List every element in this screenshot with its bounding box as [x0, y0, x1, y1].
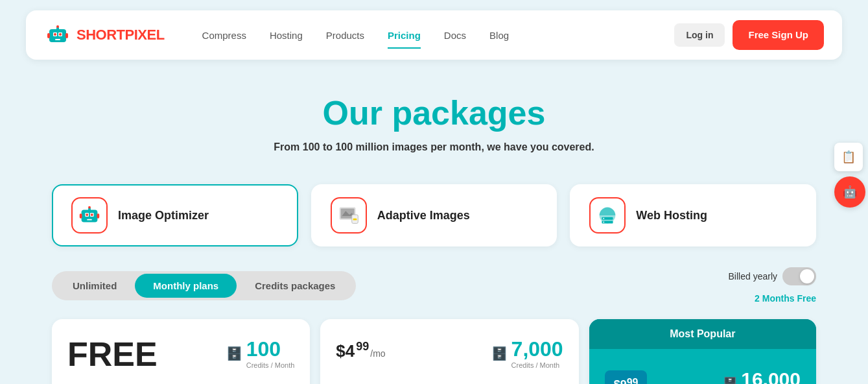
billing-free-months: 2 Months Free: [755, 293, 816, 304]
svg-rect-9: [47, 33, 50, 38]
nav-links: Compress Hosting Products Pricing Docs B…: [191, 25, 675, 46]
nav-pricing[interactable]: Pricing: [376, 25, 432, 46]
pricing-card-499: $4 99 /mo 🗄️ 7,000 Credits / Month: [320, 319, 578, 384]
logo-icon: [44, 21, 71, 49]
hero-subtitle: From 100 to 100 million images per month…: [26, 141, 842, 153]
svg-rect-11: [82, 210, 98, 222]
web-hosting-label: Web Hosting: [636, 209, 707, 222]
svg-rect-25: [353, 219, 357, 221]
hero-section: Our packages From 100 to 100 million ima…: [0, 70, 868, 166]
tab-monthly-plans[interactable]: Monthly plans: [135, 274, 237, 298]
billing-toggle[interactable]: [782, 267, 816, 285]
logo[interactable]: SHORTPIXEL: [44, 21, 165, 49]
billed-yearly-label: Billed yearly: [729, 271, 777, 282]
svg-point-18: [88, 206, 91, 209]
svg-rect-19: [80, 213, 82, 219]
login-button[interactable]: Log in: [674, 23, 725, 47]
free-credits-label: Credits / Month: [246, 361, 295, 369]
hero-title: Our packages: [26, 93, 842, 132]
popular-header: Most Popular: [589, 319, 816, 349]
notepad-widget[interactable]: 📋: [834, 143, 863, 171]
paid-credits-label: Credits / Month: [511, 361, 563, 369]
svg-rect-20: [97, 213, 99, 219]
nav-hosting[interactable]: Hosting: [258, 25, 314, 46]
tab-unlimited[interactable]: Unlimited: [54, 274, 135, 298]
product-card-adaptive-images[interactable]: Adaptive Images: [311, 184, 557, 246]
adaptive-images-label: Adaptive Images: [377, 209, 470, 222]
popular-credits-icon: 🗄️: [723, 376, 737, 384]
product-cards: Image Optimizer Adaptive Images: [52, 184, 816, 246]
paid-price-mo: /mo: [370, 348, 385, 359]
plan-tabs: Unlimited Monthly plans Credits packages: [52, 271, 356, 300]
popular-price-sup: 99: [627, 377, 639, 385]
free-credits-amount: 100: [246, 337, 295, 361]
nav-products[interactable]: Products: [314, 25, 376, 46]
image-optimizer-icon: [71, 197, 108, 234]
popular-price-badge: $9 99: [605, 370, 648, 385]
plan-tabs-row: Unlimited Monthly plans Credits packages…: [52, 267, 816, 304]
image-optimizer-label: Image Optimizer: [118, 209, 209, 222]
product-card-image-optimizer[interactable]: Image Optimizer: [52, 184, 298, 246]
nav-docs[interactable]: Docs: [432, 25, 478, 46]
nav-actions: Log in Free Sign Up: [674, 20, 824, 50]
svg-point-14: [86, 213, 88, 216]
svg-point-29: [604, 222, 605, 223]
signup-button[interactable]: Free Sign Up: [733, 20, 824, 50]
product-card-web-hosting[interactable]: Web Hosting: [570, 184, 816, 246]
paid-price-amount: $4 99 /mo: [336, 337, 385, 361]
nav-blog[interactable]: Blog: [478, 25, 521, 46]
popular-credits-amount: 16,000: [741, 368, 801, 384]
svg-rect-6: [55, 39, 60, 40]
svg-point-28: [604, 218, 605, 219]
paid-price-sup: 99: [356, 340, 369, 354]
svg-rect-16: [87, 219, 92, 221]
svg-point-8: [56, 25, 59, 28]
paid-credits-amount: 7,000: [511, 337, 563, 361]
adaptive-images-icon: [331, 197, 367, 234]
popular-body: $9 99 /mo 🗄️ 16,000 Credits / Month: [589, 353, 816, 384]
svg-point-15: [91, 213, 93, 216]
billing-area: Billed yearly 2 Months Free: [729, 267, 816, 304]
nav-compress[interactable]: Compress: [191, 25, 258, 46]
navbar: SHORTPIXEL Compress Hosting Products Pri…: [26, 10, 842, 60]
popular-price-area: $9 99 /mo 🗄️ 16,000 Credits / Month: [605, 368, 801, 384]
paid-credits-icon: 🗄️: [491, 346, 508, 361]
robot-chat-widget[interactable]: 🤖: [834, 176, 865, 208]
svg-rect-10: [65, 33, 68, 38]
free-price-label: FREE: [67, 337, 158, 371]
svg-point-5: [59, 33, 62, 36]
logo-text: SHORTPIXEL: [76, 27, 165, 43]
free-credits-icon: 🗄️: [226, 346, 242, 361]
sidebar-widgets: 📋 🤖: [834, 143, 868, 208]
billed-row: Billed yearly: [729, 267, 816, 285]
pricing-card-free: FREE 🗄️ 100 Credits / Month: [52, 319, 310, 384]
web-hosting-icon: [589, 197, 626, 234]
pricing-card-popular: Most Popular $9 99 /mo 🗄️ 16,000 Credits…: [589, 319, 816, 384]
svg-point-4: [54, 33, 56, 36]
tab-credits-packages[interactable]: Credits packages: [237, 274, 353, 298]
popular-price-dollar: $9: [614, 378, 627, 385]
paid-price-dollar: $4: [336, 341, 355, 361]
pricing-cards-row: FREE 🗄️ 100 Credits / Month $4 99 /mo 🗄️…: [52, 319, 816, 384]
